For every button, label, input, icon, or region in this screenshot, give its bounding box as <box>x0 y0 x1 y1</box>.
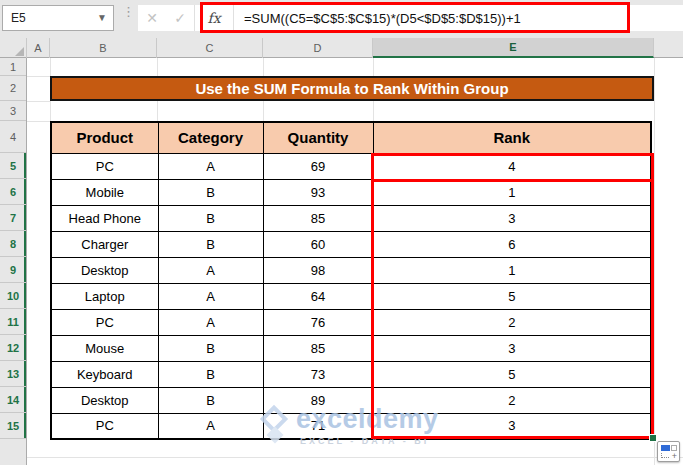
cell-product[interactable]: Desktop <box>51 257 158 283</box>
row-header-5[interactable]: 5 <box>0 153 26 179</box>
cell-quantity[interactable]: 89 <box>263 387 373 413</box>
formula-bar-drag-handle: ⋮ <box>122 8 128 15</box>
cell-product[interactable]: Desktop <box>51 387 158 413</box>
cell-category[interactable]: B <box>158 179 263 205</box>
cell-quantity[interactable]: 76 <box>263 309 373 335</box>
enter-icon[interactable]: ✓ <box>166 10 194 26</box>
row-header-10[interactable]: 10 <box>0 283 26 309</box>
select-all-corner[interactable] <box>0 38 27 58</box>
header-quantity[interactable]: Quantity <box>263 122 373 153</box>
worksheet: 1 2 3 4 5 6 7 8 9 10 11 12 13 14 15 Use … <box>0 58 683 465</box>
cell-category[interactable]: A <box>158 257 263 283</box>
header-rank[interactable]: Rank <box>373 122 651 153</box>
cell-quantity[interactable]: 73 <box>263 361 373 387</box>
cell-rank[interactable]: 2 <box>373 309 651 335</box>
row-header-6[interactable]: 6 <box>0 179 26 205</box>
gridline <box>654 58 655 465</box>
row-header-2[interactable]: 2 <box>0 76 26 101</box>
row-headers: 1 2 3 4 5 6 7 8 9 10 11 12 13 14 15 <box>0 58 27 465</box>
cell-category[interactable]: A <box>158 153 263 179</box>
cell-rank[interactable]: 1 <box>373 179 651 205</box>
cell-category[interactable]: A <box>158 309 263 335</box>
cell-product[interactable]: Charger <box>51 231 158 257</box>
cell-category[interactable]: B <box>158 361 263 387</box>
row-header-15[interactable]: 15 <box>0 413 26 439</box>
cell-quantity[interactable]: 69 <box>263 153 373 179</box>
cell-product[interactable]: Mobile <box>51 179 158 205</box>
header-category[interactable]: Category <box>158 122 263 153</box>
cell-category[interactable]: A <box>158 413 263 439</box>
cell-category[interactable]: B <box>158 335 263 361</box>
row-header-12[interactable]: 12 <box>0 335 26 361</box>
formula-input[interactable]: =SUM((C5=$C$5:$C$15)*(D5<$D$5:$D$15))+1 <box>234 11 521 26</box>
cell-quantity[interactable]: 64 <box>263 283 373 309</box>
header-product[interactable]: Product <box>51 122 158 153</box>
cell-quantity[interactable]: 60 <box>263 231 373 257</box>
cell-product[interactable]: Mouse <box>51 335 158 361</box>
row-header-13[interactable]: 13 <box>0 361 26 387</box>
cell-quantity[interactable]: 93 <box>263 179 373 205</box>
cell-category[interactable]: B <box>158 387 263 413</box>
table-row: Keyboard B 73 5 <box>51 361 651 387</box>
cell-rank[interactable]: 2 <box>373 387 651 413</box>
cell-category[interactable]: A <box>158 283 263 309</box>
cell-quantity[interactable]: 85 <box>263 205 373 231</box>
cell-rank-active[interactable]: 4 <box>373 153 651 179</box>
fill-handle[interactable] <box>649 434 657 442</box>
quick-analysis-button[interactable]: + <box>657 441 680 462</box>
gridline <box>27 101 50 102</box>
row-header-7[interactable]: 7 <box>0 205 26 231</box>
gridline <box>27 121 50 122</box>
data-table: Product Category Quantity Rank PC A 69 4… <box>50 121 652 440</box>
cell-rank[interactable]: 1 <box>373 257 651 283</box>
column-header-d[interactable]: D <box>263 38 373 58</box>
cell-category[interactable]: B <box>158 231 263 257</box>
cell-product[interactable]: PC <box>51 309 158 335</box>
row-header-4[interactable]: 4 <box>0 121 26 153</box>
cell-rank[interactable]: 5 <box>373 361 651 387</box>
table-row: Laptop A 64 5 <box>51 283 651 309</box>
column-header-e[interactable]: E <box>373 38 654 58</box>
cell-rank[interactable]: 3 <box>373 413 651 439</box>
table-row: Charger B 60 6 <box>51 231 651 257</box>
title-banner-text: Use the SUM Formula to Rank Within Group <box>195 80 508 97</box>
cell-rank[interactable]: 6 <box>373 231 651 257</box>
quick-analysis-blue-icon <box>661 445 670 451</box>
title-banner[interactable]: Use the SUM Formula to Rank Within Group <box>50 76 654 101</box>
cell-rank[interactable]: 3 <box>373 335 651 361</box>
cell-product[interactable]: Laptop <box>51 283 158 309</box>
cancel-icon[interactable]: ✕ <box>138 10 166 26</box>
row-header-3[interactable]: 3 <box>0 101 26 121</box>
row-header-1[interactable]: 1 <box>0 58 26 76</box>
table-row: PC A 71 3 <box>51 413 651 439</box>
column-header-c[interactable]: C <box>157 38 263 58</box>
cell-quantity[interactable]: 85 <box>263 335 373 361</box>
name-box[interactable]: E5 ▼ <box>2 5 114 31</box>
column-header-b[interactable]: B <box>50 38 157 58</box>
cell-category[interactable]: B <box>158 205 263 231</box>
row-header-9[interactable]: 9 <box>0 257 26 283</box>
column-header-a[interactable]: A <box>27 38 50 58</box>
table-row: Desktop A 98 1 <box>51 257 651 283</box>
table-row: Head Phone B 85 3 <box>51 205 651 231</box>
cell-product[interactable]: PC <box>51 413 158 439</box>
name-box-value: E5 <box>11 11 26 25</box>
formula-bar: ✕ ✓ fx =SUM((C5=$C$5:$C$15)*(D5<$D$5:$D$… <box>138 5 683 31</box>
row-header-11[interactable]: 11 <box>0 309 26 335</box>
formula-toolbar: E5 ▼ ⋮ ✕ ✓ fx =SUM((C5=$C$5:$C$15)*(D5<$… <box>0 0 683 38</box>
cell-quantity[interactable]: 71 <box>263 413 373 439</box>
cell-product[interactable]: Keyboard <box>51 361 158 387</box>
cell-rank[interactable]: 5 <box>373 283 651 309</box>
cell-rank[interactable]: 3 <box>373 205 651 231</box>
row-header-14[interactable]: 14 <box>0 387 26 413</box>
column-header-f-sliver[interactable] <box>654 38 683 58</box>
cell-product[interactable]: Head Phone <box>51 205 158 231</box>
table-header-row: Product Category Quantity Rank <box>51 122 651 153</box>
quick-analysis-dots-icon <box>661 453 669 458</box>
name-box-dropdown-icon[interactable]: ▼ <box>97 12 107 23</box>
cell-quantity[interactable]: 98 <box>263 257 373 283</box>
row-header-8[interactable]: 8 <box>0 231 26 257</box>
insert-function-icon[interactable]: fx <box>194 5 234 31</box>
table-row: Mobile B 93 1 <box>51 179 651 205</box>
cell-product[interactable]: PC <box>51 153 158 179</box>
